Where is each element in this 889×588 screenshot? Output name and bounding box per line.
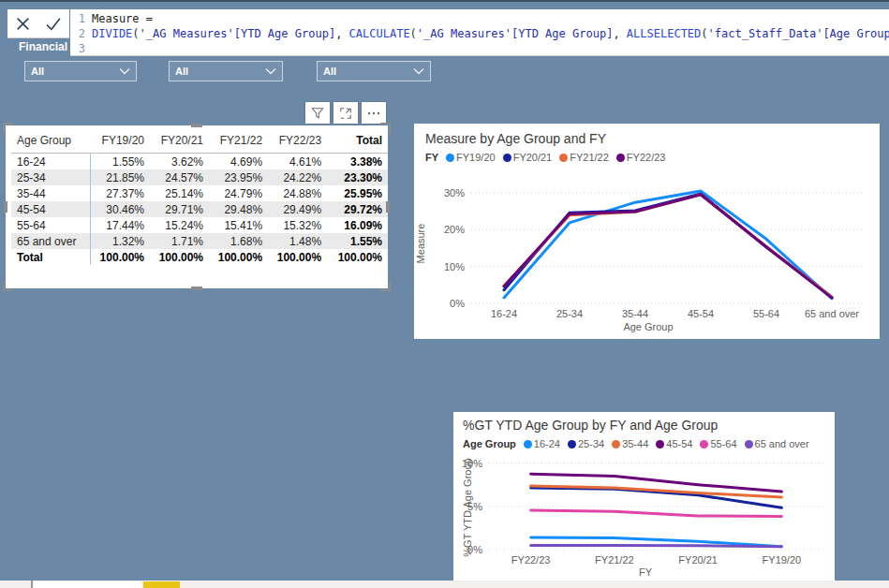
slicer-dropdown-2[interactable]: All <box>169 61 283 81</box>
selection-handle-bottom-left[interactable] <box>3 281 13 291</box>
table-cell: 4.61% <box>268 154 327 170</box>
table-cell: 29.48% <box>209 201 268 217</box>
selection-handle-bottom-right[interactable] <box>380 281 391 291</box>
svg-text:FY20/21: FY20/21 <box>678 554 718 566</box>
svg-text:30%: 30% <box>444 187 465 198</box>
focus-mode-icon <box>339 107 352 120</box>
table-cell: 100.00% <box>268 249 327 265</box>
y-axis-title: %GT YTD Age Group <box>462 458 473 556</box>
table-cell: 45-54 <box>11 201 91 217</box>
table-row[interactable]: 65 and over1.32%1.71%1.68%1.48%1.55% <box>11 233 388 249</box>
table-cell: 15.41% <box>209 217 268 233</box>
x-axis-title: Age Group <box>442 321 854 332</box>
line-number: 1 <box>70 11 85 26</box>
table-cell: 100.00% <box>327 249 388 265</box>
table-cell: 1.68% <box>209 233 268 249</box>
line-number: 2 <box>70 26 85 41</box>
table-row[interactable]: 55-6417.44%15.24%15.41%15.32%16.09% <box>11 217 388 233</box>
line-series[interactable] <box>504 194 832 297</box>
table-cell: 15.24% <box>150 217 209 233</box>
table-cell: 3.38% <box>327 154 388 170</box>
chevron-down-icon <box>265 67 276 75</box>
svg-text:65 and over: 65 and over <box>805 308 859 319</box>
table-cell: 100.00% <box>150 249 209 265</box>
table-row[interactable]: 45-5430.46%29.71%29.48%29.49%29.72% <box>11 201 388 217</box>
selection-handle-right-center[interactable] <box>386 201 390 213</box>
formula-code <box>85 41 92 56</box>
more-options-button[interactable] <box>362 102 386 124</box>
table-visual[interactable]: Age GroupFY19/20FY20/21FY21/22FY22/23Tot… <box>6 125 388 288</box>
table-cell: 15.32% <box>268 217 327 233</box>
chart-plot-area[interactable]: 0%5%10%FY22/23FY21/22FY20/21FY19/20 <box>453 412 835 581</box>
line-series[interactable] <box>504 191 832 299</box>
table-cell: Total <box>11 249 91 265</box>
slicer-value: All <box>31 66 44 77</box>
line-series[interactable] <box>504 195 832 298</box>
commit-formula-icon[interactable] <box>45 16 62 32</box>
column-header[interactable]: FY20/21 <box>150 129 209 154</box>
selection-handle-left-center[interactable] <box>4 201 7 213</box>
line-number: 3 <box>70 41 85 56</box>
table-cell: 1.32% <box>91 233 150 249</box>
column-header[interactable]: FY22/23 <box>268 129 327 154</box>
filter-button[interactable] <box>305 102 330 124</box>
table-cell: 27.37% <box>91 185 150 201</box>
svg-text:FY19/20: FY19/20 <box>763 554 802 566</box>
table-cell: 1.71% <box>150 233 209 249</box>
svg-text:10%: 10% <box>444 261 465 272</box>
dax-formula-editor[interactable]: 1Measure =2DIVIDE('_AG Measures'[YTD Age… <box>70 9 889 56</box>
line-series[interactable] <box>531 545 782 546</box>
formula-commit-box <box>7 9 69 38</box>
table-cell: 16.09% <box>327 217 388 233</box>
table-cell: 100.00% <box>91 249 150 265</box>
line-chart-measure-by-age-group[interactable]: Measure by Age Group and FY FY FY19/20FY… <box>414 124 880 339</box>
page-title: Financial <box>19 40 67 53</box>
line-series[interactable] <box>531 510 782 516</box>
table-cell: 21.85% <box>91 169 150 185</box>
slicer-dropdown-1[interactable]: All <box>24 61 137 81</box>
table-row[interactable]: 16-241.55%3.62%4.69%4.61%3.38% <box>11 154 388 170</box>
selection-handle-top-left[interactable] <box>3 123 13 133</box>
table-row[interactable]: Total100.00%100.00%100.00%100.00%100.00% <box>11 249 388 265</box>
column-header[interactable]: FY21/22 <box>209 129 268 154</box>
table-cell: 24.88% <box>268 185 327 201</box>
slicer-dropdown-3[interactable]: All <box>317 61 431 81</box>
cancel-formula-icon[interactable] <box>15 16 31 32</box>
table-cell: 65 and over <box>11 233 91 249</box>
column-header[interactable]: Age Group <box>11 129 91 154</box>
table-cell: 3.62% <box>150 154 209 170</box>
svg-text:20%: 20% <box>444 224 465 235</box>
formula-line[interactable]: 3 <box>70 41 889 56</box>
focus-mode-button[interactable] <box>333 102 358 124</box>
table-row[interactable]: 25-3421.85%24.57%23.95%24.22%23.30% <box>11 169 388 185</box>
table-cell: 23.30% <box>327 169 388 185</box>
chevron-down-icon <box>413 67 424 75</box>
table-row[interactable]: 35-4427.37%25.14%24.79%24.88%25.95% <box>11 185 388 201</box>
svg-text:FY22/23: FY22/23 <box>511 554 551 566</box>
y-axis-title: Measure <box>415 224 426 264</box>
selection-handle-bottom-center[interactable] <box>191 287 202 290</box>
yellow-indicator <box>143 581 180 588</box>
table-cell: 35-44 <box>11 185 91 201</box>
table-cell: 30.46% <box>91 201 150 217</box>
column-header[interactable]: FY19/20 <box>91 129 150 154</box>
table-cell: 29.72% <box>327 201 388 217</box>
line-series[interactable] <box>504 195 832 298</box>
page-tab[interactable] <box>34 581 141 588</box>
selection-handle-top-center[interactable] <box>191 124 202 127</box>
line-chart-pct-ytd-age-group[interactable]: %GT YTD Age Group by FY and Age Group Ag… <box>453 412 835 588</box>
table-cell: 29.71% <box>150 201 209 217</box>
table-cell: 25.14% <box>150 185 209 201</box>
table-cell: 24.22% <box>268 169 327 185</box>
table-cell: 25-34 <box>11 169 91 185</box>
x-axis-title: FY <box>472 566 819 578</box>
formula-line[interactable]: 2DIVIDE('_AG Measures'[YTD Age Group], C… <box>70 26 889 41</box>
table-cell: 17.44% <box>91 217 150 233</box>
chart-plot-area[interactable]: 0%10%20%30%16-2425-3435-4445-5455-6465 a… <box>414 124 880 339</box>
visual-header-toolbar <box>305 102 386 124</box>
table-cell: 16-24 <box>11 154 91 170</box>
column-header[interactable]: Total <box>327 129 388 154</box>
formula-line[interactable]: 1Measure = <box>70 11 889 26</box>
table-cell: 23.95% <box>209 169 268 185</box>
selection-handle-top-right[interactable] <box>380 123 391 133</box>
